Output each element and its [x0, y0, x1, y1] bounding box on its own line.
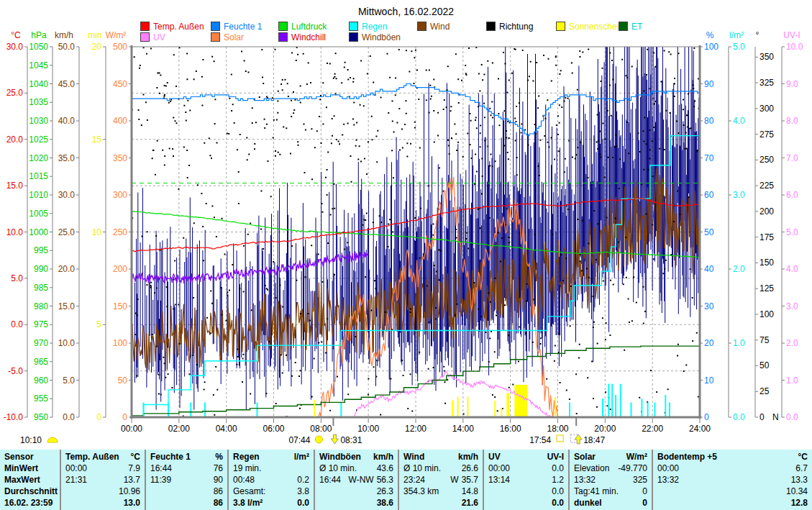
- axis-tick-label-wind: 20.0: [58, 264, 76, 274]
- axis-tick-label-humidity: 80: [704, 116, 714, 126]
- cell-time-label: 13:32: [574, 474, 596, 486]
- cell-time-label: Ø 10 min.: [403, 463, 441, 474]
- legend-label: Regen: [362, 22, 387, 32]
- table-cell-row: 86: [146, 497, 227, 509]
- time-axis-label: 20:00: [594, 424, 616, 434]
- axis-tick-label-uv: 10.0: [786, 42, 803, 52]
- axis-tick-label-direction: 325: [759, 78, 774, 88]
- cell-value: 0.0: [552, 463, 564, 474]
- cell-value: 90: [214, 474, 223, 486]
- axis-tick-label-pressure: 970: [34, 338, 48, 348]
- cell-value: 35.7: [462, 474, 478, 486]
- table-column-regen: Regenl/m²19 min.00:480.2Gesamt:3.83.8 l/…: [229, 450, 315, 510]
- table-column-wind: Windkm/hØ 10 min.26.623:24W35.7354.3 km1…: [399, 450, 484, 510]
- axis-tick-label-pressure: 985: [34, 283, 48, 293]
- axis-tick-label-direction: 175: [759, 232, 774, 242]
- cell-value: 12.8: [791, 497, 808, 509]
- axis-tick-label-pressure: 1050: [29, 42, 48, 52]
- table-cell-row: Gesamt:3.8: [229, 486, 314, 497]
- table-cell-row: 10.96: [61, 486, 145, 497]
- cell-time-label: 13:32: [657, 474, 679, 486]
- legend-swatch-icon: [417, 22, 426, 31]
- chart-title: Mittwoch, 16.02.2022: [0, 6, 812, 17]
- table-column-uv: UVUV-I00:000.013:141.20.00.0: [484, 450, 570, 510]
- table-column-header: Bodentemp +5°C: [653, 451, 812, 463]
- table-cell-row: 16:4476: [146, 463, 227, 474]
- axis-tick-label-pressure: 990: [34, 264, 48, 274]
- time-axis-label: 22:00: [642, 424, 663, 434]
- day-length-sun-icon: [47, 437, 58, 442]
- axis-header-pressure: hPa: [31, 30, 47, 40]
- axis-tick-label-sunshine: 0: [96, 412, 101, 422]
- table-cell-row: 13:3213.3: [653, 474, 812, 486]
- axis-tick-label-uv: 5.0: [786, 227, 798, 237]
- table-cell-row: 13:141.2: [484, 474, 568, 486]
- cell-time-label: Windböen: [319, 451, 361, 463]
- axis-tick-label-pressure: 975: [34, 319, 48, 329]
- cell-value: 76: [214, 463, 223, 474]
- series-sonnenschein-bar: [494, 401, 496, 417]
- series-sonnenschein-bar: [457, 397, 459, 417]
- table-cell-row: dunkel0: [570, 497, 652, 509]
- axis-tick-label-temp: -5.0: [8, 366, 23, 376]
- axis-tick-label-wind: 35.0: [58, 153, 76, 163]
- table-column-solar: SolarW/m²Elevation-49.77013:32325Tag:41 …: [570, 450, 653, 510]
- axis-tick-label-humidity: 60: [704, 190, 714, 200]
- legend-item-wind: Wind: [417, 22, 450, 31]
- legend-swatch-icon: [556, 22, 565, 31]
- legend-label: Temp. Außen: [153, 22, 204, 32]
- cell-time-label: UV: [488, 451, 501, 463]
- cell-direction-label: W: [450, 474, 461, 486]
- axis-tick-label-pressure: 1010: [29, 190, 48, 200]
- axis-tick-label-wind: 5.0: [63, 375, 75, 386]
- legend-item-sonnenschein: Sonnenschein: [556, 22, 624, 31]
- cell-value: 26.6: [462, 463, 478, 474]
- legend-item-uv: UV: [140, 32, 165, 42]
- cell-value: 43.6: [377, 463, 393, 474]
- axis-tick-label-rain: 1.0: [733, 338, 745, 348]
- axis-tick-label-direction: 250: [759, 155, 774, 165]
- table-column-header: Windkm/h: [399, 451, 483, 463]
- cell-time-label: Bodentemp +5: [657, 451, 717, 463]
- axis-tick-label-direction: 75: [759, 335, 770, 345]
- axis-header-humidity: %: [706, 30, 714, 40]
- moonrise-arrow-up-icon: [575, 434, 582, 444]
- legend-label: Richtung: [499, 22, 533, 32]
- table-column-header: SolarW/m²: [570, 451, 652, 463]
- series-sonnenschein-bar: [501, 408, 502, 417]
- cell-value: 0.0: [552, 497, 564, 509]
- axis-header-temp: °C: [11, 30, 21, 40]
- legend-item-feuchte-1: Feuchte 1: [211, 22, 262, 31]
- cell-value: °C: [131, 451, 140, 463]
- time-axis-label: 10:00: [357, 424, 379, 434]
- series-regen-intervall-bar: [615, 395, 616, 417]
- series-sonnenschein-bar: [506, 393, 509, 418]
- table-cell-row: 00:000.0: [484, 463, 568, 474]
- cell-time-label: 16.02. 23:59: [4, 497, 53, 509]
- table-column-bodentemp-5: Bodentemp +5°C00:006.713:3213.310.3412.8: [653, 450, 812, 510]
- axis-tick-label-wind: 25.0: [58, 227, 76, 237]
- cell-value: 325: [633, 474, 647, 486]
- axis-tick-label-temp: 0.0: [11, 319, 23, 329]
- legend-label: Wind: [430, 22, 450, 32]
- moonrise-time-label: 18:47: [583, 435, 605, 445]
- axis-tick-label-sunshine: 5: [96, 319, 101, 329]
- axis-tick-label-wind: 15.0: [58, 301, 76, 311]
- axis-tick-label-rain: 4.0: [733, 116, 745, 126]
- legend-label: Windchill: [291, 32, 326, 42]
- cell-time-label: 19 min.: [233, 463, 261, 474]
- axis-tick-label-wind: 0.0: [63, 412, 75, 422]
- table-row-labels-column: SensorMinWertMaxWertDurchschnitt16.02. 2…: [0, 450, 61, 510]
- table-cell-row: 354.3 km14.8: [399, 486, 483, 497]
- table-cell-row: 16:44W-NW56.3: [315, 474, 398, 486]
- cell-time-label: Durchschnitt: [4, 486, 58, 497]
- cell-value: 6.7: [795, 463, 808, 474]
- axis-tick-label-direction: 50: [759, 360, 770, 370]
- cell-time-label: 00:00: [657, 463, 679, 474]
- legend-label: Solar: [224, 32, 244, 42]
- axis-tick-label-direction: 275: [759, 129, 774, 140]
- axis-tick-label-pressure: 1035: [29, 97, 48, 107]
- axis-tick-label-direction: 350: [759, 52, 774, 62]
- table-column-windb-en: Windböenkm/hØ 10 min.43.616:44W-NW56.326…: [315, 450, 399, 510]
- cell-time-label: dunkel: [574, 497, 602, 509]
